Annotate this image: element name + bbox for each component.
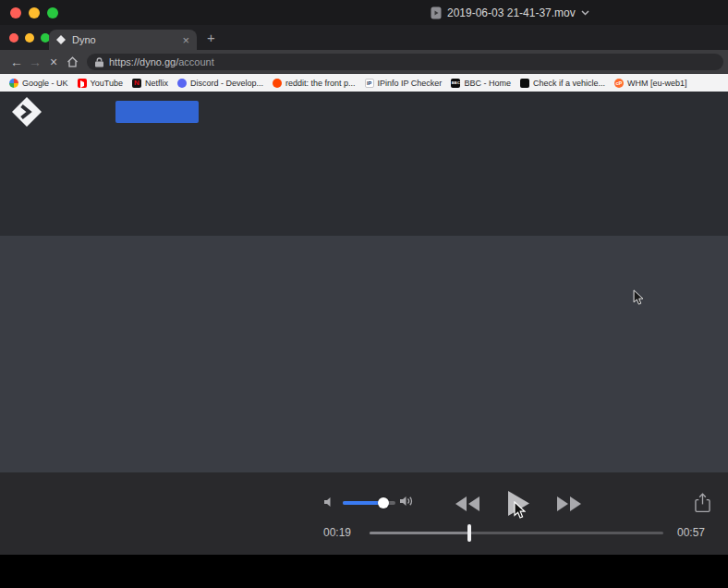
bookmark-label: IPinfo IP Checker xyxy=(378,79,443,88)
quicktime-title-group: 2019-06-03 21-41-37.mov xyxy=(431,0,589,25)
bookmark-netflix[interactable]: Netflix xyxy=(132,79,168,88)
bookmark-label: Check if a vehicle... xyxy=(533,79,605,88)
title-chevron-down-icon[interactable] xyxy=(581,10,589,16)
browser-tabbar: Dyno × + xyxy=(0,25,728,50)
url-host: https://dyno.gg/ xyxy=(109,56,178,67)
timeline-playhead[interactable] xyxy=(467,524,471,542)
duration-time: 00:57 xyxy=(677,526,705,539)
bookmark-reddit[interactable]: reddit: the front p... xyxy=(273,79,356,88)
bookmark-youtube[interactable]: YouTube xyxy=(78,79,123,88)
quicktime-player-window: 2019-06-03 21-41-37.mov Dyno × + ← → × xyxy=(0,0,728,588)
browser-traffic-lights xyxy=(9,33,50,43)
bookmark-label: YouTube xyxy=(91,79,123,88)
browser-minimize-button[interactable] xyxy=(25,33,34,43)
page-body-area xyxy=(0,236,728,472)
elapsed-time: 00:19 xyxy=(323,526,351,539)
minimize-window-button[interactable] xyxy=(29,7,40,18)
quicktime-file-icon xyxy=(431,6,442,19)
bookmark-label: reddit: the front p... xyxy=(285,79,356,88)
browser-close-button[interactable] xyxy=(9,33,18,43)
youtube-favicon xyxy=(78,79,87,88)
volume-min-icon[interactable] xyxy=(323,496,334,508)
tab-close-icon[interactable]: × xyxy=(182,34,189,46)
bbc-favicon xyxy=(451,79,460,88)
bookmark-check-vehicle[interactable]: Check if a vehicle... xyxy=(520,79,605,88)
volume-slider[interactable] xyxy=(343,501,395,505)
bookmark-label: Netflix xyxy=(145,79,168,88)
page-header-area xyxy=(0,92,728,236)
tab-dyno[interactable]: Dyno × xyxy=(49,30,197,50)
bookmark-google-uk[interactable]: Google - UK xyxy=(9,79,68,88)
stop-loading-icon[interactable]: × xyxy=(44,55,63,69)
letterbox-bar xyxy=(0,555,728,588)
share-icon[interactable] xyxy=(695,493,710,513)
whm-favicon xyxy=(614,79,624,88)
netflix-favicon xyxy=(132,79,141,88)
dyno-logo[interactable] xyxy=(11,96,42,128)
quicktime-titlebar: 2019-06-03 21-41-37.mov xyxy=(0,0,728,25)
page-mouse-cursor xyxy=(633,289,644,305)
url-text: https://dyno.gg/account xyxy=(109,56,214,67)
nav-icons: ← → × xyxy=(7,50,81,74)
bookmark-label: BBC - Home xyxy=(464,79,511,88)
new-tab-button[interactable]: + xyxy=(207,30,215,45)
fast-forward-button[interactable] xyxy=(557,496,581,511)
player-controls-bar: 00:19 00:57 xyxy=(0,472,728,555)
address-bar[interactable]: https://dyno.gg/account xyxy=(87,54,723,70)
rewind-button[interactable] xyxy=(455,496,479,511)
ipinfo-favicon xyxy=(365,79,374,88)
dyno-favicon xyxy=(56,35,66,44)
window-title: 2019-06-03 21-41-37.mov xyxy=(447,6,576,19)
bookmark-label: Discord - Develop... xyxy=(190,79,263,88)
home-icon[interactable] xyxy=(63,55,81,70)
quicktime-traffic-lights xyxy=(10,7,58,18)
timeline-scrubber[interactable] xyxy=(370,532,663,534)
google-favicon xyxy=(9,79,18,88)
bookmark-whm[interactable]: WHM [eu-web1] xyxy=(614,79,687,88)
bookmark-label: Google - UK xyxy=(22,79,68,88)
browser-navbar: ← → × https://dyno.gg/account xyxy=(0,50,728,74)
bookmark-label: WHM [eu-web1] xyxy=(627,79,687,88)
lock-icon xyxy=(95,57,103,67)
mouse-cursor xyxy=(514,501,526,519)
gov-favicon xyxy=(520,79,529,88)
forward-icon[interactable]: → xyxy=(26,55,44,69)
blue-nav-button[interactable] xyxy=(115,101,199,123)
tab-label: Dyno xyxy=(72,34,182,45)
url-path: account xyxy=(178,56,214,67)
bookmarks-bar: Google - UK YouTube Netflix Discord - De… xyxy=(0,74,728,92)
volume-knob[interactable] xyxy=(378,497,389,508)
timeline-played xyxy=(370,532,469,534)
reddit-favicon xyxy=(273,79,282,88)
volume-max-icon[interactable] xyxy=(399,495,415,508)
bookmark-bbc[interactable]: BBC - Home xyxy=(451,79,511,88)
bookmark-ipinfo[interactable]: IPinfo IP Checker xyxy=(365,79,443,88)
zoom-window-button[interactable] xyxy=(47,7,58,18)
back-icon[interactable]: ← xyxy=(7,55,26,69)
bookmark-discord[interactable]: Discord - Develop... xyxy=(177,79,263,88)
discord-favicon xyxy=(177,79,187,88)
close-window-button[interactable] xyxy=(10,7,21,18)
